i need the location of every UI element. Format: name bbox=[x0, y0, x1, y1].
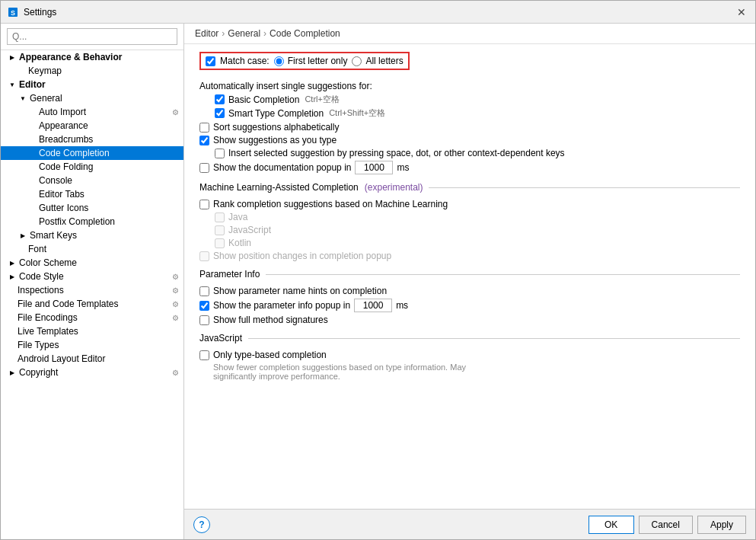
show-doc-popup-checkbox[interactable] bbox=[199, 163, 209, 173]
apply-button[interactable]: Apply bbox=[697, 516, 746, 534]
sidebar-item-label-appearance-behavior: Appearance & Behavior bbox=[19, 52, 180, 62]
all-letters-label: All letters bbox=[365, 56, 403, 66]
kotlin-checkbox[interactable] bbox=[215, 238, 225, 248]
tree-arrow-color-scheme: ▶ bbox=[7, 257, 18, 268]
param-popup-input[interactable] bbox=[354, 299, 392, 312]
javascript-checkbox[interactable] bbox=[215, 225, 225, 235]
sidebar-item-file-types[interactable]: File Types bbox=[1, 338, 183, 352]
sidebar-item-file-encodings[interactable]: File Encodings⚙ bbox=[1, 311, 183, 324]
show-param-popup-checkbox[interactable] bbox=[199, 301, 209, 311]
sidebar-item-copyright[interactable]: ▶Copyright⚙ bbox=[1, 366, 183, 379]
javascript-label: JavaScript bbox=[228, 225, 271, 235]
ml-divider-line bbox=[429, 187, 740, 188]
sidebar-item-inspections[interactable]: Inspections⚙ bbox=[1, 283, 183, 297]
sidebar-item-label-file-code-templates: File and Code Templates bbox=[18, 299, 168, 309]
footer-left: ? bbox=[193, 516, 584, 533]
tree-arrow-smart-keys: ▶ bbox=[18, 230, 28, 241]
tree-arrow-appearance-behavior: ▶ bbox=[7, 52, 18, 62]
settings-icon-copyright: ⚙ bbox=[170, 367, 180, 378]
sidebar-item-editor[interactable]: ▼Editor bbox=[1, 78, 183, 91]
sidebar-item-code-completion[interactable]: Code Completion bbox=[1, 146, 183, 160]
sidebar: ▶Appearance & BehaviorKeymap▼Editor▼Gene… bbox=[1, 24, 184, 539]
rank-completion-label: Rank completion suggestions based on Mac… bbox=[213, 199, 448, 209]
sidebar-item-file-code-templates[interactable]: File and Code Templates⚙ bbox=[1, 297, 183, 311]
java-checkbox[interactable] bbox=[215, 212, 225, 222]
sidebar-item-label-console: Console bbox=[39, 175, 180, 186]
show-doc-ms-label: ms bbox=[397, 162, 409, 173]
basic-completion-label: Basic Completion bbox=[228, 94, 299, 105]
match-case-row: Match case: First letter only All letter… bbox=[199, 52, 410, 70]
sidebar-item-console[interactable]: Console bbox=[1, 174, 183, 187]
basic-completion-checkbox[interactable] bbox=[215, 94, 225, 104]
close-button[interactable]: ✕ bbox=[734, 5, 749, 20]
cancel-button[interactable]: Cancel bbox=[639, 516, 693, 534]
show-param-hints-checkbox[interactable] bbox=[199, 286, 209, 296]
insert-selected-checkbox[interactable] bbox=[215, 149, 225, 158]
javascript-divider-line bbox=[248, 338, 740, 339]
match-case-checkbox[interactable] bbox=[206, 56, 215, 66]
sidebar-item-code-folding[interactable]: Code Folding bbox=[1, 160, 183, 174]
app-icon: S bbox=[7, 6, 19, 18]
rank-completion-checkbox[interactable] bbox=[199, 200, 209, 209]
show-full-method-checkbox[interactable] bbox=[199, 315, 209, 325]
ml-experimental-label: (experimental) bbox=[365, 182, 423, 193]
sidebar-item-gutter-icons[interactable]: Gutter Icons bbox=[1, 201, 183, 215]
tree-arrow-copyright: ▶ bbox=[7, 367, 18, 378]
show-param-popup-row: Show the parameter info popup in ms bbox=[199, 299, 740, 312]
right-panel: Editor › General › Code Completion Match… bbox=[184, 24, 755, 539]
ml-section-label: Machine Learning-Assisted Completion bbox=[199, 182, 359, 193]
sidebar-item-label-general: General bbox=[30, 93, 180, 104]
sidebar-item-postfix-completion[interactable]: Postfix Completion bbox=[1, 215, 183, 228]
javascript-section-label: JavaScript bbox=[199, 333, 242, 343]
show-position-row: Show position changes in completion popu… bbox=[199, 251, 740, 261]
javascript-row: JavaScript bbox=[215, 225, 740, 235]
show-suggestions-checkbox[interactable] bbox=[199, 136, 209, 145]
sort-suggestions-row: Sort suggestions alphabetically bbox=[199, 122, 740, 133]
show-doc-popup-input[interactable] bbox=[355, 161, 393, 174]
svg-text:S: S bbox=[11, 9, 15, 17]
all-letters-radio[interactable] bbox=[352, 56, 362, 66]
breadcrumb-part-2: Code Completion bbox=[270, 28, 340, 39]
sidebar-item-code-style[interactable]: ▶Code Style⚙ bbox=[1, 270, 183, 283]
sidebar-item-color-scheme[interactable]: ▶Color Scheme bbox=[1, 256, 183, 270]
breadcrumb-sep-0: › bbox=[222, 28, 225, 39]
sidebar-item-android-layout-editor[interactable]: Android Layout Editor bbox=[1, 352, 183, 366]
only-type-based-checkbox[interactable] bbox=[199, 350, 209, 360]
sidebar-item-keymap[interactable]: Keymap bbox=[1, 64, 183, 78]
sidebar-item-breadcrumbs[interactable]: Breadcrumbs bbox=[1, 133, 183, 146]
ok-button[interactable]: OK bbox=[589, 516, 634, 534]
search-input[interactable] bbox=[7, 28, 177, 45]
tree-container: ▶Appearance & BehaviorKeymap▼Editor▼Gene… bbox=[1, 50, 183, 379]
sidebar-item-label-appearance: Appearance bbox=[39, 120, 180, 131]
sidebar-item-general[interactable]: ▼General bbox=[1, 91, 183, 105]
sidebar-item-live-templates[interactable]: Live Templates bbox=[1, 324, 183, 338]
sidebar-item-appearance[interactable]: Appearance bbox=[1, 119, 183, 133]
auto-insert-label: Automatically insert single suggestions … bbox=[199, 81, 372, 91]
help-button[interactable]: ? bbox=[193, 516, 210, 533]
show-position-checkbox[interactable] bbox=[199, 251, 209, 261]
smart-type-checkbox[interactable] bbox=[215, 108, 225, 118]
param-info-divider-line bbox=[266, 274, 740, 275]
settings-content: Match case: First letter only All letter… bbox=[184, 44, 755, 509]
smart-type-row: Smart Type Completion Ctrl+Shift+空格 bbox=[215, 107, 740, 119]
sidebar-item-label-keymap: Keymap bbox=[28, 66, 180, 76]
show-full-method-row: Show full method signatures bbox=[199, 315, 740, 325]
sidebar-item-label-copyright: Copyright bbox=[19, 367, 168, 378]
rank-completion-row: Rank completion suggestions based on Mac… bbox=[199, 199, 740, 209]
sort-suggestions-checkbox[interactable] bbox=[199, 123, 209, 133]
sidebar-item-appearance-behavior[interactable]: ▶Appearance & Behavior bbox=[1, 50, 183, 64]
settings-window: S Settings ✕ ▶Appearance & BehaviorKeyma… bbox=[0, 0, 756, 540]
sidebar-item-label-color-scheme: Color Scheme bbox=[19, 257, 180, 268]
sidebar-item-label-smart-keys: Smart Keys bbox=[30, 230, 180, 241]
window-title: Settings bbox=[24, 7, 734, 18]
first-letter-radio[interactable] bbox=[274, 56, 284, 66]
kotlin-row: Kotlin bbox=[215, 238, 740, 248]
show-doc-popup-row: Show the documentation popup in ms bbox=[199, 161, 740, 174]
title-bar: S Settings ✕ bbox=[1, 1, 755, 24]
sidebar-item-auto-import[interactable]: Auto Import⚙ bbox=[1, 105, 183, 119]
first-letter-radio-row: First letter only bbox=[274, 56, 348, 66]
smart-type-shortcut: Ctrl+Shift+空格 bbox=[329, 107, 385, 119]
sidebar-item-smart-keys[interactable]: ▶Smart Keys bbox=[1, 228, 183, 242]
sidebar-item-font[interactable]: Font bbox=[1, 242, 183, 256]
sidebar-item-editor-tabs[interactable]: Editor Tabs bbox=[1, 187, 183, 201]
